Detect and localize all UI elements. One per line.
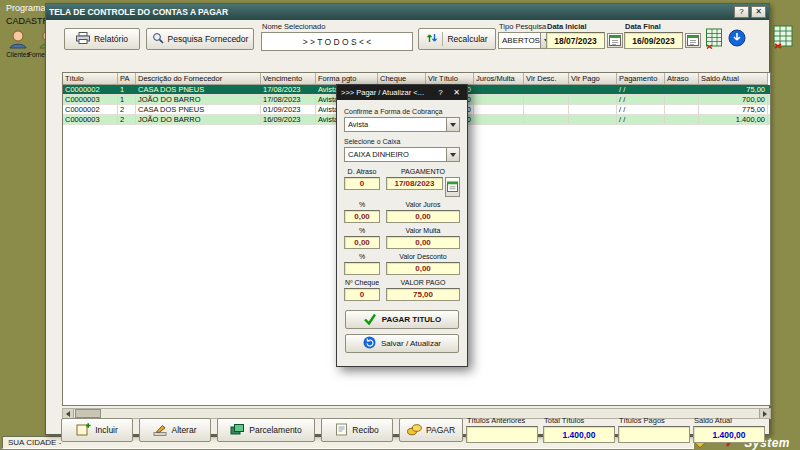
titulos-anteriores-field	[466, 426, 538, 443]
dialog-help-button[interactable]: ?	[434, 88, 447, 97]
d-atraso-field[interactable]: 0	[344, 177, 380, 190]
cell-pago	[569, 105, 617, 114]
cell-desc	[524, 115, 569, 124]
dialog-row-desconto: % Valor Desconto 0,00	[344, 253, 460, 275]
pagar-button[interactable]: PAGAR	[399, 418, 463, 442]
cell-desc	[524, 85, 569, 94]
tipo-pesquisa-value: ABERTOS	[502, 36, 540, 45]
cell-pagamento: / /	[617, 105, 665, 114]
col-header-atraso[interactable]: Atraso	[665, 73, 699, 85]
dialog-titlebar: >>> Pagar / Atualizar <... ? ✕	[337, 85, 467, 100]
col-header-descricao[interactable]: Descrição do Fornecedor	[136, 73, 261, 85]
cell-atraso	[665, 115, 699, 124]
calendar-icon	[447, 178, 458, 196]
col-header-pagamento[interactable]: Pagamento	[617, 73, 665, 85]
pagamento-date-field[interactable]: 17/08/2023	[386, 177, 443, 190]
cell-titulo: C0000003	[63, 95, 118, 104]
parcelamento-button[interactable]: Parcelamento	[217, 418, 315, 442]
pagar-atualizar-dialog: >>> Pagar / Atualizar <... ? ✕ Confirme …	[336, 84, 468, 367]
cell-descricao: JOÃO DO BARRO	[136, 115, 261, 124]
desconto-pct-field[interactable]	[344, 262, 380, 275]
col-header-vlr-desc[interactable]: Vlr Desc.	[524, 73, 569, 85]
valor-multa-field[interactable]: 0,00	[386, 236, 460, 249]
caixa-select[interactable]: CAIXA DINHEIRO	[344, 147, 460, 162]
col-header-juros-multa[interactable]: Juros/Multa	[474, 73, 524, 85]
valor-pago-field[interactable]: 75,00	[386, 288, 460, 301]
spreadsheet-export-icon[interactable]	[772, 25, 794, 49]
salvar-atualizar-label: Salvar / Atualizar	[381, 339, 441, 348]
recalcular-label: Recalcular	[447, 34, 487, 44]
cell-saldo: 775,00	[699, 105, 768, 114]
coins-icon	[407, 423, 422, 438]
data-final-calendar-button[interactable]	[685, 33, 701, 48]
nome-selecionado-input[interactable]	[261, 32, 413, 51]
dialog-row-pagamento: D. Atraso 0 PAGAMENTO 17/08/2023	[344, 168, 460, 197]
cell-vencimento: 16/09/2023	[261, 115, 316, 124]
dialog-title: >>> Pagar / Atualizar <...	[341, 88, 431, 97]
pagamento-calendar-button[interactable]	[445, 177, 460, 197]
multa-pct-field[interactable]: 0,00	[344, 236, 380, 249]
tipo-pesquisa-label: Tipo Pesquisa	[499, 22, 546, 31]
titulos-anteriores-label: Títulos Anteriores	[467, 416, 525, 425]
cell-vencimento: 17/08/2023	[261, 95, 316, 104]
dialog-close-button[interactable]: ✕	[450, 88, 463, 97]
valor-juros-label: Valor Juros	[386, 201, 460, 208]
desktop: Programa CADASTROS Clientes Fornecedores…	[0, 0, 800, 450]
col-header-vlr-pago[interactable]: Vlr Pago	[569, 73, 617, 85]
pagar-titulo-label: PAGAR TITULO	[382, 315, 441, 324]
export-excel-icon[interactable]	[705, 28, 723, 49]
pagar-titulo-button[interactable]: PAGAR TITULO	[345, 310, 459, 329]
num-cheque-field[interactable]: 0	[344, 288, 380, 301]
download-circle-icon[interactable]	[728, 29, 746, 47]
divider	[442, 32, 443, 46]
juros-pct-field[interactable]: 0,00	[344, 210, 380, 223]
col-header-saldo-atual[interactable]: Saldo Atual	[699, 73, 768, 85]
col-header-vencimento[interactable]: Vencimento	[261, 73, 316, 85]
cell-descricao: CASA DOS PNEUS	[136, 85, 261, 94]
cell-titulo: C0000002	[63, 105, 118, 114]
scroll-left-button[interactable]	[63, 409, 74, 418]
relatorio-button[interactable]: Relatório	[64, 28, 140, 50]
status-text: SUA CIDADE -	[8, 438, 61, 447]
cell-saldo: 1.400,00	[699, 115, 768, 124]
titulos-pagos-label: Títulos Pagos	[619, 416, 665, 425]
scroll-right-button[interactable]	[759, 409, 770, 418]
forma-cobranca-value: Avista	[348, 120, 368, 129]
app-title: Programa	[6, 3, 46, 13]
data-inicial-field[interactable]: 18/07/2023	[546, 32, 605, 49]
recalcular-button[interactable]: Recalcular	[418, 28, 496, 50]
dialog-row-multa: % 0,00 Valor Multa 0,00	[344, 227, 460, 249]
cell-titulo: C0000003	[63, 115, 118, 124]
data-final-field[interactable]: 16/09/2023	[624, 32, 683, 49]
col-header-pa[interactable]: PA	[118, 73, 136, 85]
window-close-button[interactable]: ✕	[751, 6, 766, 18]
salvar-atualizar-button[interactable]: Salvar / Atualizar	[345, 334, 459, 353]
incluir-button[interactable]: Incluir	[61, 418, 133, 442]
cell-desc	[524, 95, 569, 104]
check-icon	[363, 313, 377, 327]
col-header-titulo[interactable]: Título	[63, 73, 118, 85]
valor-multa-label: Valor Multa	[386, 227, 460, 234]
person-icon	[7, 29, 29, 50]
desconto-pct-label: %	[344, 253, 380, 260]
pesquisa-fornecedor-label: Pesquisa Fornecedor	[168, 34, 249, 44]
num-cheque-label: Nº Cheque	[344, 279, 380, 286]
cell-pa: 1	[118, 95, 136, 104]
scroll-thumb[interactable]	[75, 409, 101, 418]
cell-pagamento: / /	[617, 95, 665, 104]
cell-pagamento: / /	[617, 115, 665, 124]
cell-vencimento: 01/09/2023	[261, 105, 316, 114]
valor-juros-field[interactable]: 0,00	[386, 210, 460, 223]
data-inicial-calendar-button[interactable]	[607, 33, 623, 48]
alterar-button[interactable]: Alterar	[139, 418, 211, 442]
pesquisa-fornecedor-button[interactable]: Pesquisa Fornecedor	[146, 28, 254, 50]
recibo-button[interactable]: Recibo	[321, 418, 393, 442]
forma-cobranca-select[interactable]: Avista	[344, 117, 460, 132]
caixa-value: CAIXA DINHEIRO	[348, 150, 409, 159]
dialog-row-valor-pago: Nº Cheque 0 VALOR PAGO 75,00	[344, 279, 460, 301]
refresh-circle-icon	[363, 336, 376, 351]
saldo-atual-label: Saldo Atual	[694, 416, 732, 425]
window-help-button[interactable]: ?	[734, 6, 749, 18]
pagar-label: PAGAR	[426, 425, 455, 435]
valor-desconto-field[interactable]: 0,00	[386, 262, 460, 275]
